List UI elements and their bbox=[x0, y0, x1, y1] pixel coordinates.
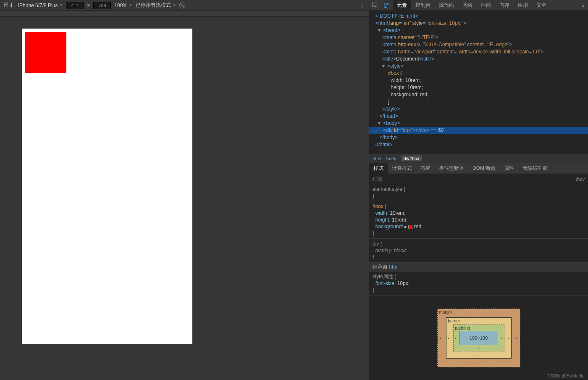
box-model-border[interactable]: border - - - - padding - - - - 100×100 bbox=[446, 317, 512, 359]
box-element[interactable] bbox=[25, 32, 66, 73]
tab-application[interactable]: 应用 bbox=[514, 0, 532, 11]
throttle-value: 已停用节流模式 bbox=[136, 2, 171, 9]
tabs-overflow[interactable]: » bbox=[578, 3, 588, 8]
style-rule[interactable]: style属性 { font-size: 10px; } bbox=[369, 272, 588, 296]
box-model-margin[interactable]: margin - - - - border - - - - padding - … bbox=[437, 309, 520, 367]
filter-bar: :hov bbox=[369, 174, 588, 184]
dom-line[interactable]: <meta charset="UTF-8"> bbox=[369, 34, 588, 41]
device-toolbar: 尺寸: iPhone 6/7/8 Plus ▼ × 100% ▼ 已停用节流模式… bbox=[0, 0, 369, 11]
device-toggle-icon[interactable] bbox=[381, 0, 393, 11]
dim-sep: × bbox=[87, 3, 90, 8]
devtools-tabs: 元素 控制台 源代码 网络 性能 内存 应用 安全 » bbox=[369, 0, 588, 11]
tab-elements[interactable]: 元素 bbox=[393, 0, 411, 11]
tab-console[interactable]: 控制台 bbox=[411, 0, 435, 11]
styles-body[interactable]: element.style { } #box { width: 10rem; h… bbox=[369, 184, 588, 296]
dom-line[interactable]: <title>Document</title> bbox=[369, 55, 588, 63]
viewport-pane: 尺寸: iPhone 6/7/8 Plus ▼ × 100% ▼ 已停用节流模式… bbox=[0, 0, 369, 380]
chevron-down-icon: ▼ bbox=[129, 3, 132, 7]
dom-line[interactable]: height: 10rem; bbox=[369, 84, 588, 91]
dom-line[interactable]: } bbox=[369, 98, 588, 106]
devtools-pane: 元素 控制台 源代码 网络 性能 内存 应用 安全 » <!DOCTYPE ht… bbox=[369, 0, 588, 380]
chevron-down-icon: ▼ bbox=[173, 3, 176, 7]
margin-label: margin bbox=[439, 310, 452, 314]
border-label: border bbox=[448, 319, 460, 323]
zoom-value: 100% bbox=[114, 3, 127, 8]
dom-line[interactable]: <html lang="en" style="font-size: 10px;"… bbox=[369, 20, 588, 27]
box-model-padding[interactable]: padding - - - - 100×100 bbox=[453, 325, 504, 351]
box-model: margin - - - - border - - - - padding - … bbox=[369, 296, 588, 380]
dom-line[interactable]: </style> bbox=[369, 106, 588, 113]
watermark: CSDN @SwJieJie bbox=[547, 373, 585, 378]
zoom-select[interactable]: 100% ▼ bbox=[114, 3, 132, 8]
rotate-icon[interactable] bbox=[179, 3, 185, 8]
dom-line-selected[interactable]: … <div id="box"></div> == $0 bbox=[369, 127, 588, 134]
dom-line[interactable]: <!DOCTYPE html> bbox=[369, 13, 588, 20]
stab-layout[interactable]: 布局 bbox=[416, 163, 435, 174]
device-frame[interactable] bbox=[22, 29, 192, 344]
crumb-divbox[interactable]: div#box bbox=[402, 156, 422, 161]
dom-line[interactable]: #box { bbox=[369, 70, 588, 77]
filter-input[interactable] bbox=[373, 176, 576, 182]
stab-computed[interactable]: 计算样式 bbox=[388, 163, 416, 174]
dom-line[interactable]: </head> bbox=[369, 113, 588, 120]
breadcrumb: html body div#box bbox=[369, 154, 588, 163]
padding-label: padding bbox=[455, 326, 470, 330]
crumb-body[interactable]: body bbox=[386, 156, 396, 161]
device-select[interactable]: iPhone 6/7/8 Plus ▼ bbox=[18, 3, 63, 8]
tab-sources[interactable]: 源代码 bbox=[435, 0, 458, 11]
width-input[interactable] bbox=[66, 2, 84, 9]
more-icon[interactable]: ⋮ bbox=[359, 2, 365, 9]
dom-line[interactable]: ▼ <head> bbox=[369, 27, 588, 34]
throttle-select[interactable]: 已停用节流模式 ▼ bbox=[136, 2, 176, 9]
tab-security[interactable]: 安全 bbox=[532, 0, 551, 11]
style-rule[interactable]: div { display: block; } bbox=[369, 239, 588, 263]
viewport-area bbox=[0, 17, 369, 380]
style-rule[interactable]: #box { width: 10rem; height: 10rem; back… bbox=[369, 201, 588, 239]
chevron-down-icon: ▼ bbox=[59, 3, 63, 7]
dom-line[interactable]: <meta http-equiv="X-UA-Compatible" conte… bbox=[369, 41, 588, 48]
stab-events[interactable]: 事件监听器 bbox=[435, 163, 468, 174]
dom-line[interactable]: ▼ <style> bbox=[369, 63, 588, 70]
box-model-content[interactable]: 100×100 bbox=[459, 331, 498, 345]
color-swatch-icon[interactable] bbox=[408, 225, 412, 229]
inherit-header: 继承自 html bbox=[369, 263, 588, 272]
dom-line[interactable]: </html> bbox=[369, 141, 588, 148]
dom-line[interactable]: <meta name="viewport" content="width=dev… bbox=[369, 48, 588, 55]
styles-tabs: 样式 计算样式 布局 事件监听器 DOM 断点 属性 无障碍功能 bbox=[369, 163, 588, 174]
tab-performance[interactable]: 性能 bbox=[477, 0, 495, 11]
stab-dombreak[interactable]: DOM 断点 bbox=[468, 163, 500, 174]
dom-tree[interactable]: <!DOCTYPE html> <html lang="en" style="f… bbox=[369, 11, 588, 154]
dom-line[interactable]: </body> bbox=[369, 134, 588, 141]
stab-props[interactable]: 属性 bbox=[500, 163, 518, 174]
tab-memory[interactable]: 内存 bbox=[495, 0, 514, 11]
tab-network[interactable]: 网络 bbox=[458, 0, 477, 11]
stab-a11y[interactable]: 无障碍功能 bbox=[518, 163, 552, 174]
device-name: iPhone 6/7/8 Plus bbox=[18, 3, 58, 8]
dom-line[interactable]: ▼ <body> bbox=[369, 120, 588, 127]
style-rule[interactable]: element.style { } bbox=[369, 184, 588, 201]
hov-toggle[interactable]: :hov bbox=[576, 177, 585, 182]
svg-rect-2 bbox=[387, 5, 389, 8]
crumb-html[interactable]: html bbox=[373, 156, 381, 161]
inspect-icon[interactable] bbox=[369, 0, 381, 11]
dom-line[interactable]: background: red; bbox=[369, 91, 588, 98]
ruler bbox=[0, 11, 369, 17]
height-input[interactable] bbox=[93, 2, 111, 9]
size-label: 尺寸: bbox=[3, 2, 15, 9]
stab-styles[interactable]: 样式 bbox=[369, 163, 388, 174]
dom-line[interactable]: width: 10rem; bbox=[369, 77, 588, 84]
